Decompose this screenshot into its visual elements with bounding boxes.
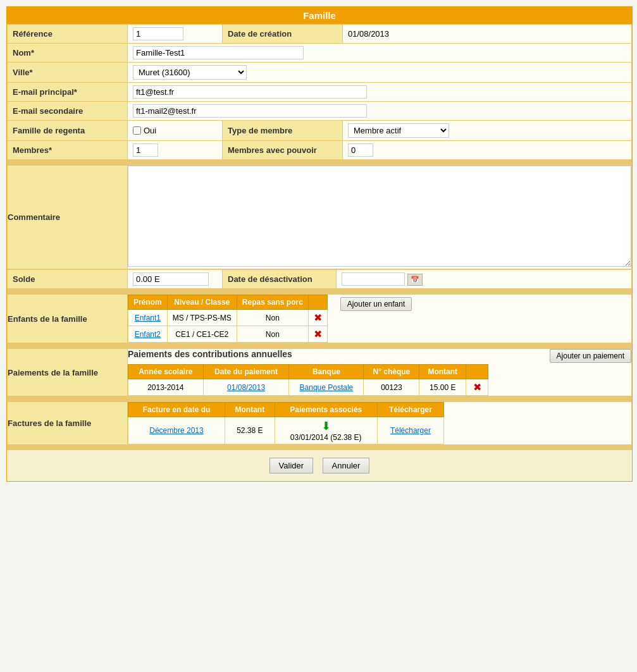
enfant-niveau: MS / TPS-PS-MS <box>167 310 237 326</box>
factures-col-date: Facture en date du <box>128 403 225 417</box>
type-membre-label: Type de membre <box>223 121 343 141</box>
email-secondaire-cell <box>128 102 632 121</box>
calendar-button[interactable]: 📅 <box>407 274 423 286</box>
membres-input[interactable] <box>133 144 158 157</box>
enfant-prenom[interactable]: Enfant2 <box>128 326 168 343</box>
membres-label: Membres* <box>8 141 128 160</box>
facture-date[interactable]: Décembre 2013 <box>128 417 225 444</box>
type-membre-select[interactable]: Membre actif Membre honoraire Membre fon… <box>348 123 449 138</box>
factures-inner-table: Facture en date du Montant Paiements ass… <box>128 402 444 444</box>
payment-banque[interactable]: Banque Postale <box>289 379 364 396</box>
enfants-col-niveau: Niveau / Classe <box>167 295 237 310</box>
reference-value <box>128 25 223 44</box>
famille-regenta-cell: Oui <box>128 121 223 141</box>
separator-2 <box>7 289 632 294</box>
enfants-row: Enfants de la famille Prénom Niveau / Cl… <box>8 295 632 343</box>
commentaire-cell <box>128 166 632 269</box>
table-row: 2013-2014 01/08/2013 Banque Postale 0012… <box>128 379 488 396</box>
date-desactivation-label: Date de désactivation <box>223 270 337 289</box>
paiements-label-text: Paiements de la famille <box>8 368 98 377</box>
main-container: Famille Référence Date de création 01/08… <box>6 6 633 482</box>
contributions-title: Paiements des contributions annuelles <box>128 349 488 359</box>
solde-row: Solde Date de désactivation 📅 <box>8 270 632 289</box>
commentaire-table: Commentaire <box>7 165 632 269</box>
facture-telecharger[interactable]: Télécharger <box>377 417 443 444</box>
payments-header-row: Année scolaire Date du paiement Banque N… <box>128 365 488 379</box>
reference-input[interactable] <box>133 27 183 40</box>
enfant-delete[interactable]: ✖ <box>308 326 327 343</box>
famille-regenta-label: Famille de regenta <box>8 121 128 141</box>
facture-montant: 52.38 E <box>225 417 275 444</box>
factures-col-paiements: Paiements associés <box>275 403 377 417</box>
membres-cell <box>128 141 223 160</box>
date-desactivation-input[interactable] <box>342 272 405 286</box>
membres-pouvoir-input[interactable] <box>348 144 373 157</box>
factures-col-montant: Montant <box>225 403 275 417</box>
enfants-col-action <box>308 295 327 310</box>
email-secondaire-label: E-mail secondaire <box>8 102 128 121</box>
solde-label: Solde <box>8 270 128 289</box>
payment-cheque: 00123 <box>364 379 419 396</box>
membres-row: Membres* Membres avec pouvoir <box>8 141 632 160</box>
membres-pouvoir-cell <box>343 141 632 160</box>
enfant-delete[interactable]: ✖ <box>308 310 327 326</box>
table-row: Décembre 2013 52.38 E ⬇ 03/01/2014 (52.3… <box>128 417 444 444</box>
enfants-inner-table: Prénom Niveau / Classe Repas sans porc E… <box>128 295 328 343</box>
ville-select[interactable]: Muret (31600) <box>133 65 247 80</box>
email-principal-cell <box>128 83 632 102</box>
factures-cell: Facture en date du Montant Paiements ass… <box>128 402 632 445</box>
email-principal-label: E-mail principal* <box>8 83 128 102</box>
separator-1 <box>7 160 632 165</box>
payment-montant: 15.00 E <box>419 379 466 396</box>
payments-inner-table: Année scolaire Date du paiement Banque N… <box>128 364 488 396</box>
email-secondaire-row: E-mail secondaire <box>8 102 632 121</box>
nom-input[interactable] <box>133 46 304 59</box>
paiements-cell: Paiements des contributions annuelles An… <box>128 349 632 396</box>
ville-row: Ville* Muret (31600) <box>8 63 632 83</box>
table-row: Enfant2 CE1 / CE1-CE2 Non ✖ <box>128 326 328 343</box>
ajouter-paiement-button[interactable]: Ajouter un paiement <box>550 349 631 363</box>
payments-col-date: Date du paiement <box>203 365 289 379</box>
enfants-col-repas: Repas sans porc <box>237 295 308 310</box>
telecharger-link[interactable]: Télécharger <box>390 426 431 435</box>
email-principal-row: E-mail principal* <box>8 83 632 102</box>
type-membre-cell: Membre actif Membre honoraire Membre fon… <box>343 121 632 141</box>
enfants-col-prenom: Prénom <box>128 295 168 310</box>
famille-regenta-row: Famille de regenta Oui Type de membre Me… <box>8 121 632 141</box>
table-row: Enfant1 MS / TPS-PS-MS Non ✖ <box>128 310 328 326</box>
solde-cell <box>128 270 223 289</box>
page-title: Famille <box>7 7 632 24</box>
date-creation-value: 01/08/2013 <box>343 25 632 44</box>
membres-pouvoir-label: Membres avec pouvoir <box>223 141 343 160</box>
nom-row: Nom* <box>8 44 632 63</box>
paiements-content: Paiements des contributions annuelles An… <box>128 349 488 396</box>
email-principal-input[interactable] <box>133 85 367 99</box>
famille-regenta-checkbox[interactable] <box>133 126 141 135</box>
separator-3 <box>7 343 632 348</box>
payments-col-annee: Année scolaire <box>128 365 204 379</box>
email-secondaire-input[interactable] <box>133 104 367 118</box>
enfants-table: Enfants de la famille Prénom Niveau / Cl… <box>7 294 632 343</box>
delete-icon[interactable]: ✖ <box>314 329 322 339</box>
enfant-niveau: CE1 / CE1-CE2 <box>167 326 237 343</box>
annuler-button[interactable]: Annuler <box>323 458 370 473</box>
delete-icon[interactable]: ✖ <box>314 312 322 323</box>
factures-col-telecharger: Télécharger <box>377 403 443 417</box>
ajouter-enfant-button[interactable]: Ajouter un enfant <box>340 297 412 311</box>
valider-button[interactable]: Valider <box>269 458 314 473</box>
enfants-label: Enfants de la famille <box>8 295 128 343</box>
paiements-table: Paiements de la famille Paiements des co… <box>7 348 632 396</box>
commentaire-textarea[interactable] <box>128 166 631 267</box>
reference-label: Référence <box>8 25 128 44</box>
paiements-label: Paiements de la famille <box>8 349 128 396</box>
payment-delete[interactable]: ✖ <box>466 379 488 396</box>
delete-icon[interactable]: ✖ <box>473 382 481 393</box>
date-desactivation-cell: 📅 <box>337 270 632 289</box>
date-creation-label: Date de création <box>223 25 343 44</box>
nom-label: Nom* <box>8 44 128 63</box>
payments-col-action <box>466 365 488 379</box>
enfant-prenom[interactable]: Enfant1 <box>128 310 168 326</box>
payment-date[interactable]: 01/08/2013 <box>203 379 289 396</box>
commentaire-label: Commentaire <box>8 166 128 269</box>
ville-cell: Muret (31600) <box>128 63 632 83</box>
